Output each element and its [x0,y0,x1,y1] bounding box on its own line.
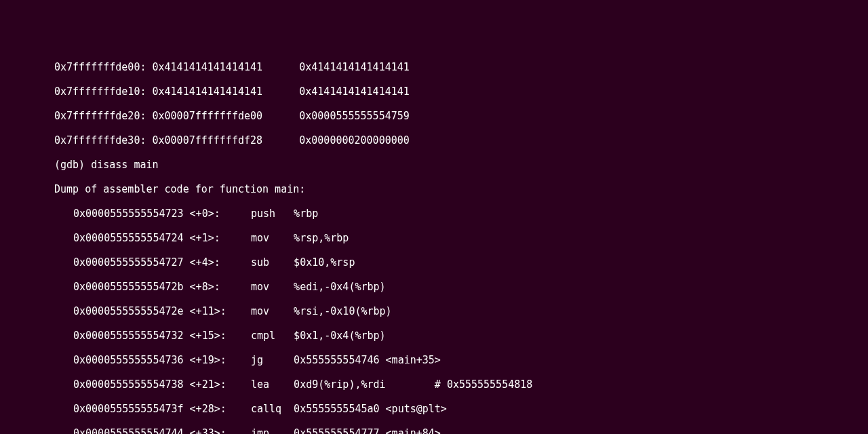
asm-line: 0x0000555555554732 <+15>: cmpl $0x1,-0x4… [54,330,868,342]
terminal-output[interactable]: 0x7fffffffde00: 0x4141414141414141 0x414… [0,49,868,434]
asm-line: 0x0000555555554738 <+21>: lea 0xd9(%rip)… [54,378,868,391]
asm-line: 0x0000555555554727 <+4>: sub $0x10,%rsp [54,256,868,269]
asm-line: 0x0000555555554724 <+1>: mov %rsp,%rbp [54,232,868,244]
dump-header: Dump of assembler code for function main… [54,183,868,195]
asm-line: 0x0000555555554736 <+19>: jg 0x555555554… [54,354,868,366]
memory-line: 0x7fffffffde20: 0x00007fffffffde00 0x000… [54,110,868,122]
memory-line: 0x7fffffffde10: 0x4141414141414141 0x414… [54,85,868,98]
asm-line: 0x000055555555472b <+8>: mov %edi,-0x4(%… [54,281,868,293]
memory-line: 0x7fffffffde00: 0x4141414141414141 0x414… [54,61,868,73]
asm-line: 0x0000555555554723 <+0>: push %rbp [54,208,868,220]
gdb-command: (gdb) disass main [54,159,868,171]
asm-line: 0x0000555555554744 <+33>: jmp 0x55555555… [54,427,868,434]
asm-line: 0x000055555555473f <+28>: callq 0x555555… [54,403,868,415]
memory-line: 0x7fffffffde30: 0x00007fffffffdf28 0x000… [54,134,868,146]
asm-line: 0x000055555555472e <+11>: mov %rsi,-0x10… [54,305,868,317]
